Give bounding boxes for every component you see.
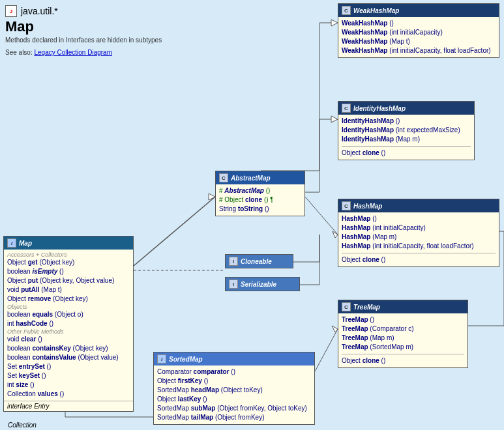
hashmap-title: HashMap bbox=[353, 203, 382, 210]
see-also-link[interactable]: Legacy Collection Diagram bbox=[34, 49, 112, 56]
weak-hashmap-class-box: C WeakHashMap WeakHashMap () WeakHashMap… bbox=[338, 3, 499, 58]
abstract-map-class-box: C AbstractMap # AbstractMap () # Object … bbox=[215, 171, 305, 216]
sorted-map-body: Comparator comparator () Object firstKey… bbox=[154, 366, 314, 424]
serializable-header: I Serializable bbox=[226, 278, 299, 291]
abstract-map-header: C AbstractMap bbox=[216, 171, 304, 184]
treemap-header: C TreeMap bbox=[338, 300, 467, 313]
weak-hashmap-m3: WeakHashMap (Map t) bbox=[342, 37, 496, 46]
weak-hashmap-header: C WeakHashMap bbox=[338, 4, 499, 17]
map-method-put: Object put (Object key, Object value) bbox=[7, 276, 130, 285]
sorted-map-subMap: SortedMap subMap (Object fromKey, Object… bbox=[157, 404, 311, 413]
map-footer: interface Entry bbox=[4, 401, 133, 411]
identity-hashmap-icon: C bbox=[342, 104, 351, 113]
map-method-clear: void clear () bbox=[7, 335, 130, 344]
hashmap-icon: C bbox=[342, 201, 351, 210]
treemap-class-box: C TreeMap TreeMap () TreeMap (Comparator… bbox=[338, 300, 468, 368]
sorted-map-headMap: SortedMap headMap (Object toKey) bbox=[157, 386, 311, 395]
hashmap-m2: HashMap (int initialCapacity) bbox=[342, 223, 496, 233]
map-method-remove: Object remove (Object key) bbox=[7, 294, 130, 304]
map-section-other: Other Public Methods bbox=[7, 328, 130, 335]
identity-hashmap-title: IdentityHashMap bbox=[353, 105, 406, 112]
weak-hashmap-icon: C bbox=[342, 6, 351, 15]
serializable-icon: I bbox=[229, 280, 238, 289]
sorted-map-lastKey: Object lastKey () bbox=[157, 395, 311, 404]
map-method-equals: boolean equals (Object o) bbox=[7, 310, 130, 319]
abstract-map-constructor: # AbstractMap () bbox=[219, 186, 301, 195]
map-class-body: Accessors + Collectors Object get (Objec… bbox=[4, 250, 133, 401]
svg-line-15 bbox=[315, 329, 338, 371]
identity-hashmap-m3: IdentityHashMap (Map m) bbox=[342, 135, 471, 144]
map-method-keySet: Set keySet () bbox=[7, 371, 130, 380]
identity-hashmap-m2: IdentityHashMap (int expectedMaxSize) bbox=[342, 126, 471, 135]
svg-marker-20 bbox=[331, 20, 338, 26]
map-method-isEmpty: boolean isEmpty () bbox=[7, 267, 130, 276]
hashmap-m3: HashMap (Map m) bbox=[342, 233, 496, 242]
identity-hashmap-body: IdentityHashMap () IdentityHashMap (int … bbox=[338, 115, 474, 160]
map-method-putAll: void putAll (Map t) bbox=[7, 285, 130, 294]
identity-hashmap-m1: IdentityHashMap () bbox=[342, 117, 471, 126]
treemap-icon: C bbox=[342, 302, 351, 311]
map-method-values: Collection values () bbox=[7, 390, 130, 399]
treemap-clone: Object clone () bbox=[342, 356, 464, 366]
map-method-entrySet: Set entrySet () bbox=[7, 362, 130, 371]
sorted-map-class-box: I SortedMap Comparator comparator () Obj… bbox=[153, 352, 315, 425]
map-method-containsValue: boolean containsValue (Object value) bbox=[7, 353, 130, 362]
java-icon: J bbox=[5, 5, 17, 17]
map-section-objects: Objects bbox=[7, 304, 130, 310]
cloneable-header: I Cloneable bbox=[226, 255, 293, 268]
weak-hashmap-body: WeakHashMap () WeakHashMap (int initialC… bbox=[338, 17, 499, 57]
hashmap-clone: Object clone () bbox=[342, 255, 496, 265]
map-method-get: Object get (Object key) bbox=[7, 258, 130, 267]
svg-line-7 bbox=[305, 197, 338, 235]
sorted-map-comparator: Comparator comparator () bbox=[157, 367, 311, 377]
treemap-title: TreeMap bbox=[353, 304, 380, 311]
identity-hashmap-clone: Object clone () bbox=[342, 149, 471, 158]
svg-line-0 bbox=[134, 197, 215, 266]
sorted-map-firstKey: Object firstKey () bbox=[157, 377, 311, 386]
hashmap-header: C HashMap bbox=[338, 199, 499, 212]
treemap-m1: TreeMap () bbox=[342, 315, 464, 324]
header-classname: Map bbox=[5, 18, 162, 35]
serializable-class-box: I Serializable bbox=[225, 277, 300, 291]
identity-hashmap-class-box: C IdentityHashMap IdentityHashMap () Ide… bbox=[338, 101, 475, 160]
weak-hashmap-m4: WeakHashMap (int initialCapacity, float … bbox=[342, 46, 496, 55]
map-class-box: I Map Accessors + Collectors Object get … bbox=[3, 236, 134, 412]
abstract-map-title: AbstractMap bbox=[231, 175, 271, 182]
svg-marker-21 bbox=[331, 116, 338, 122]
abstract-map-icon: C bbox=[219, 173, 228, 182]
treemap-m3: TreeMap (Map m) bbox=[342, 334, 464, 343]
see-also: See also: Legacy Collection Diagram bbox=[5, 49, 162, 56]
hashmap-m4: HashMap (int initialCapacity, float load… bbox=[342, 242, 496, 251]
sorted-map-title: SortedMap bbox=[169, 356, 203, 363]
svg-marker-22 bbox=[333, 231, 338, 238]
sorted-map-icon: I bbox=[157, 354, 166, 364]
identity-hashmap-header: C IdentityHashMap bbox=[338, 102, 474, 115]
header-subtitle: Methods declared in Interfaces are hidde… bbox=[5, 36, 162, 44]
hashmap-body: HashMap () HashMap (int initialCapacity)… bbox=[338, 212, 499, 266]
treemap-body: TreeMap () TreeMap (Comparator c) TreeMa… bbox=[338, 313, 467, 367]
cloneable-title: Cloneable bbox=[241, 258, 272, 265]
treemap-m4: TreeMap (SortedMap m) bbox=[342, 343, 464, 352]
weak-hashmap-m1: WeakHashMap () bbox=[342, 19, 496, 28]
serializable-title: Serializable bbox=[241, 281, 276, 288]
map-class-header: I Map bbox=[4, 236, 133, 250]
map-section-accessors: Accessors + Collectors bbox=[7, 251, 130, 258]
sorted-map-tailMap: SortedMap tailMap (Object fromKey) bbox=[157, 413, 311, 422]
abstract-map-body: # AbstractMap () # Object clone () ¶ Str… bbox=[216, 184, 304, 216]
hashmap-m1: HashMap () bbox=[342, 214, 496, 223]
bottom-label: Collection bbox=[8, 422, 37, 429]
weak-hashmap-title: WeakHashMap bbox=[353, 7, 399, 14]
cloneable-class-box: I Cloneable bbox=[225, 254, 293, 268]
weak-hashmap-m2: WeakHashMap (int initialCapacity) bbox=[342, 28, 496, 37]
header-package: java.util.* bbox=[21, 6, 58, 16]
abstract-map-clone: # Object clone () ¶ bbox=[219, 195, 301, 205]
svg-marker-19 bbox=[209, 194, 215, 200]
cloneable-icon: I bbox=[229, 257, 238, 266]
abstract-map-toString: String toString () bbox=[219, 205, 301, 214]
hashmap-class-box: C HashMap HashMap () HashMap (int initia… bbox=[338, 199, 499, 267]
sorted-map-header: I SortedMap bbox=[154, 352, 314, 366]
svg-marker-24 bbox=[332, 326, 338, 332]
map-method-hashCode: int hashCode () bbox=[7, 319, 130, 328]
map-class-title: Map bbox=[19, 240, 32, 247]
map-method-size: int size () bbox=[7, 380, 130, 390]
